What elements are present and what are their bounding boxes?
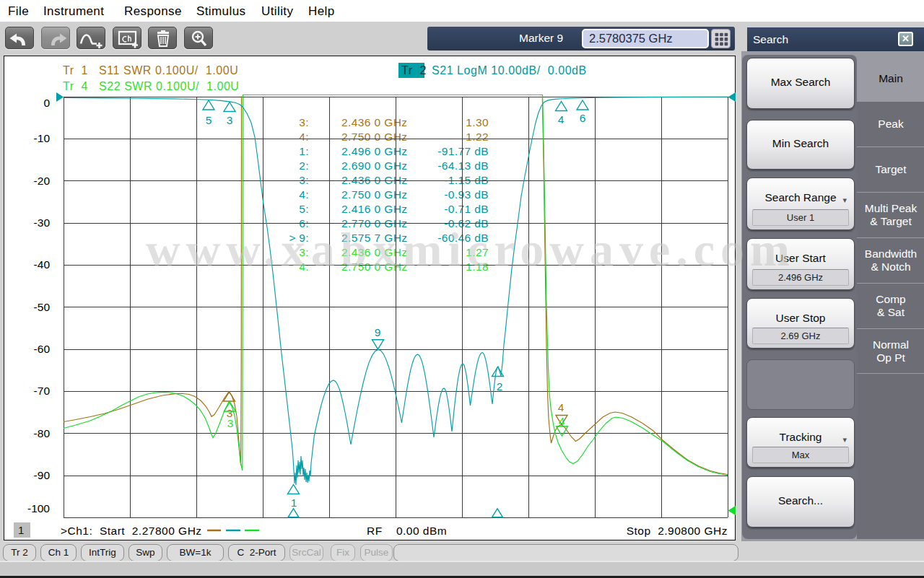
svg-text:0: 0	[43, 97, 50, 109]
svg-text:5: 5	[206, 114, 212, 126]
svg-text:4:: 4:	[299, 131, 309, 143]
svg-text:-64.13 dB: -64.13 dB	[437, 159, 489, 172]
svg-text:2.436 0 GHz: 2.436 0 GHz	[341, 116, 407, 128]
svg-text:RF 0.00 dBm: RF 0.00 dBm	[367, 525, 447, 537]
svg-text:-1.15 dB: -1.15 dB	[444, 174, 489, 186]
svg-text:3: 3	[227, 417, 234, 429]
svg-text:-20: -20	[34, 175, 51, 187]
svg-text:2.496 0 GHz: 2.496 0 GHz	[341, 145, 407, 157]
svg-text:-30: -30	[34, 216, 51, 229]
svg-text:9: 9	[375, 326, 381, 338]
svg-text:-0.71 dB: -0.71 dB	[444, 203, 489, 215]
svg-text:3:: 3:	[299, 174, 309, 186]
svg-text:2: 2	[497, 380, 503, 393]
svg-text:2:: 2:	[299, 159, 309, 172]
svg-text:2.690 0 GHz: 2.690 0 GHz	[341, 159, 407, 172]
svg-text:1.30: 1.30	[466, 116, 489, 128]
svg-text:3: 3	[227, 114, 233, 126]
svg-text:Stop 2.90800 GHz: Stop 2.90800 GHz	[627, 525, 728, 537]
svg-text:-0.93 dB: -0.93 dB	[444, 188, 489, 201]
svg-text:-90: -90	[34, 469, 51, 481]
svg-text:-40: -40	[34, 258, 51, 271]
svg-text:Tr 1 S11 SWR 0.100U/ 1.00U: Tr 1 S11 SWR 0.100U/ 1.00U	[63, 64, 238, 76]
svg-text:1: 1	[18, 524, 24, 536]
svg-text:>Ch1: Start 2.27800 GHz: >Ch1: Start 2.27800 GHz	[61, 525, 202, 537]
svg-text:2.416 0 GHz: 2.416 0 GHz	[341, 203, 407, 215]
svg-text:Tr 4 S22 SWR 0.100U/ 1.00U: Tr 4 S22 SWR 0.100U/ 1.00U	[63, 80, 239, 92]
svg-text:3:: 3:	[299, 116, 309, 128]
svg-text:4: 4	[559, 415, 565, 427]
svg-text:1:: 1:	[299, 145, 309, 157]
svg-text:-10: -10	[34, 132, 51, 144]
svg-text:1: 1	[291, 496, 297, 509]
svg-text:-91.77 dB: -91.77 dB	[437, 145, 489, 157]
svg-text:4: 4	[558, 113, 565, 126]
svg-text:4:: 4:	[299, 188, 309, 201]
svg-text:-80: -80	[34, 427, 51, 439]
svg-text:-50: -50	[34, 301, 51, 313]
svg-text:4: 4	[558, 401, 565, 413]
svg-text:1.22: 1.22	[466, 131, 489, 143]
svg-text:-60: -60	[34, 343, 51, 355]
svg-text:-70: -70	[34, 385, 51, 397]
svg-text:2.436 0 GHz: 2.436 0 GHz	[341, 174, 407, 186]
svg-text:2.750 0 GHz: 2.750 0 GHz	[341, 131, 407, 143]
svg-text:2.750 0 GHz: 2.750 0 GHz	[341, 188, 407, 201]
svg-text:S21 LogM 10.00dB/ 0.00dB: S21 LogM 10.00dB/ 0.00dB	[432, 64, 587, 76]
svg-text:-100: -100	[27, 502, 50, 514]
svg-text:Tr 2: Tr 2	[401, 64, 427, 76]
svg-text:5:: 5:	[299, 203, 309, 215]
svg-text:6: 6	[580, 112, 586, 124]
